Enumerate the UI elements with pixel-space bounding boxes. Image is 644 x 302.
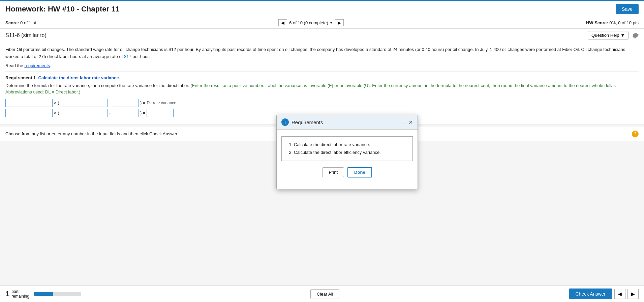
modal-minimize-button[interactable]: − xyxy=(403,119,406,125)
formula-input-2b[interactable] xyxy=(61,109,108,117)
navigation-area: ◀ 6 of 10 (0 complete) ▼ ▶ xyxy=(278,19,344,26)
formula-input-1c[interactable] xyxy=(112,99,139,107)
page-title: Homework: HW #10 - Chapter 11 xyxy=(5,5,120,13)
formula-input-1b[interactable] xyxy=(61,99,108,107)
help-icon[interactable]: ? xyxy=(632,131,639,137)
question-title: S11-6 (similar to) xyxy=(5,32,47,38)
requirement-heading: Requirement 1. Calculate the direct labo… xyxy=(5,75,639,80)
formula-input-variance-type[interactable] xyxy=(175,109,195,117)
requirements-link[interactable]: requirements xyxy=(24,63,50,68)
score-bar: Score: 0 of 1 pt ◀ 6 of 10 (0 complete) … xyxy=(0,17,644,29)
hw-score-value: 0%, 0 of 10 pts xyxy=(609,20,639,25)
header: Homework: HW #10 - Chapter 11 Save xyxy=(0,0,644,17)
modal-title: Requirements xyxy=(292,119,323,125)
hw-score-display: HW Score: 0%, 0 of 10 pts xyxy=(586,20,639,25)
modal-info-icon: i xyxy=(281,118,289,126)
problem-text: Fiber Oil performs oil changes. The stan… xyxy=(5,46,639,60)
question-help-area: Question Help ▼ xyxy=(588,31,639,39)
progress-dropdown-arrow[interactable]: ▼ xyxy=(330,21,333,25)
question-help-button[interactable]: Question Help ▼ xyxy=(588,31,628,39)
nav-prev-button[interactable]: ◀ xyxy=(278,19,287,26)
read-requirements: Read the requirements. xyxy=(5,63,639,68)
score-value: 0 of 1 pt xyxy=(20,20,36,25)
score-display: Score: 0 of 1 pt xyxy=(5,20,36,25)
formula-row-label: × ( - ) = DL rate variance xyxy=(5,99,639,107)
progress-label: 6 of 10 (0 complete) ▼ xyxy=(289,20,333,25)
formula-input-2a[interactable] xyxy=(5,109,53,117)
settings-icon[interactable] xyxy=(632,32,639,39)
bottom-instruction: Choose from any list or enter any number… xyxy=(5,131,178,136)
formula-input-1a[interactable] xyxy=(5,99,53,107)
modal-close-button[interactable]: ✕ xyxy=(408,119,413,126)
help-dropdown-arrow: ▼ xyxy=(620,33,625,38)
formula-input-2c[interactable] xyxy=(112,109,139,117)
divider xyxy=(5,72,639,72)
question-title-bar: S11-6 (similar to) Question Help ▼ xyxy=(0,29,644,42)
modal-header: i Requirements − ✕ xyxy=(277,115,418,130)
modal-requirements-box: Calculate the direct labor rate variance… xyxy=(281,136,413,141)
modal-controls: − ✕ xyxy=(403,119,413,126)
hw-score-label: HW Score: xyxy=(586,20,608,25)
modal-title-area: i Requirements xyxy=(281,118,323,126)
dl-rate-variance-label: DL rate variance xyxy=(147,101,176,105)
formula-area: × ( - ) = DL rate variance × ( - ) = xyxy=(5,99,639,117)
requirements-modal: i Requirements − ✕ Calculate the direct … xyxy=(276,115,418,141)
instruction-text: Determine the formula for the rate varia… xyxy=(5,82,639,95)
score-label: Score: xyxy=(5,20,19,25)
progress-text: 6 of 10 (0 complete) xyxy=(289,20,328,25)
formula-input-result[interactable] xyxy=(147,109,174,117)
modal-body: Calculate the direct labor rate variance… xyxy=(277,130,418,141)
main-content: Fiber Oil performs oil changes. The stan… xyxy=(0,42,644,125)
nav-next-button[interactable]: ▶ xyxy=(335,19,344,26)
save-button[interactable]: Save xyxy=(616,4,639,14)
